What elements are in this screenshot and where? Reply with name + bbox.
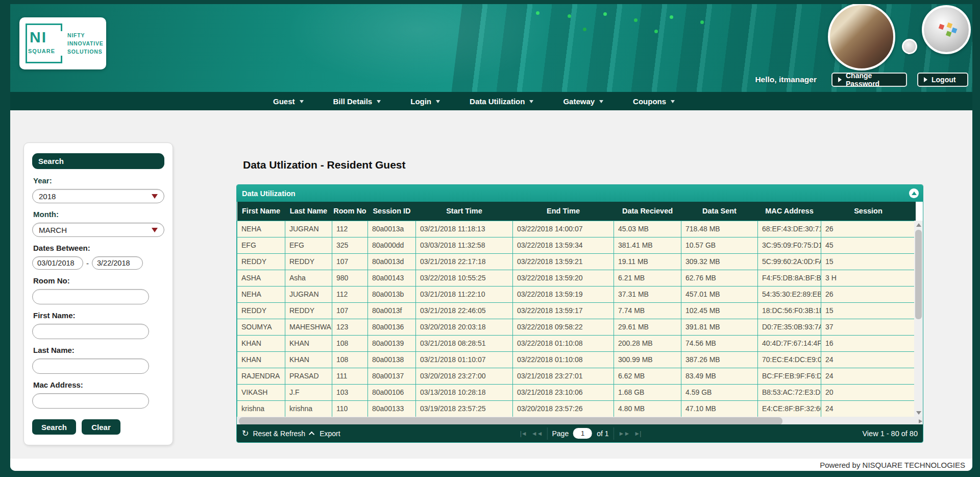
cell-mac-address: 3C:95:09:F0:75:D1 — [758, 237, 821, 253]
nav-item-data-utilization[interactable]: Data Utilization — [470, 97, 533, 106]
logo-tagline: NIFTY INNOVATIVE SOLUTIONS — [67, 31, 104, 56]
year-select[interactable]: 2018 — [32, 189, 164, 203]
cell-start-time: 03/03/2018 11:32:58 — [416, 237, 513, 253]
cell-session: 16 — [821, 335, 916, 351]
nav-item-gateway[interactable]: Gateway — [563, 97, 603, 106]
next-page-button[interactable]: ►► — [619, 430, 630, 437]
cell-session-id: 80a00143 — [368, 270, 416, 286]
date-to-input[interactable]: 3/22/2018 — [92, 256, 143, 270]
logout-button[interactable]: Logout — [917, 73, 968, 87]
cell-session-id: 80a00106 — [368, 384, 416, 400]
cell-room-no: 123 — [332, 319, 368, 335]
column-header-data-sent[interactable]: Data Sent — [681, 202, 758, 221]
last-page-button[interactable]: ►| — [634, 430, 641, 437]
table-row[interactable]: REDDYREDDY10780a0013f03/21/2018 22:46:05… — [237, 302, 916, 319]
column-header-session[interactable]: Session — [821, 202, 916, 221]
nav-item-coupons[interactable]: Coupons — [633, 97, 675, 106]
column-header-room-no[interactable]: Room No — [332, 202, 368, 221]
first-name-input[interactable] — [32, 324, 149, 339]
cell-start-time: 03/21/2018 08:28:51 — [416, 335, 513, 351]
cell-start-time: 03/21/2018 11:18:13 — [416, 221, 513, 237]
column-header-first-name[interactable]: First Name — [237, 202, 285, 221]
table-row[interactable]: REDDYREDDY10780a0013d03/21/2018 22:17:18… — [237, 253, 916, 270]
table-row[interactable]: SOUMYAMAHESHWARI12380a0013603/20/2018 20… — [237, 319, 916, 335]
logo-tagline-line3: SOLUTIONS — [67, 47, 104, 56]
cell-start-time: 03/20/2018 20:03:18 — [416, 319, 513, 335]
cell-first-name: VIKASH — [237, 384, 285, 400]
cell-data-sent: 718.48 MB — [681, 221, 758, 237]
column-header-data-recieved[interactable]: Data Recieved — [614, 202, 681, 221]
column-header-end-time[interactable]: End Time — [513, 202, 614, 221]
reset-refresh-button[interactable]: ↻ Reset & Refresh — [242, 430, 305, 438]
company-logo: NI SQUARE NIFTY INNOVATIVE SOLUTIONS — [19, 17, 106, 69]
grid-pager-bar: ↻ Reset & Refresh Export |◄ ◄◄ Page 1 of… — [237, 424, 923, 442]
column-header-start-time[interactable]: Start Time — [416, 202, 513, 221]
nav-item-guest[interactable]: Guest — [273, 97, 304, 106]
table-row[interactable]: NEHAJUGRAN11280a0013b03/21/2018 11:22:10… — [237, 286, 916, 302]
mac-address-input[interactable] — [32, 393, 149, 409]
cell-mac-address: BC:FF:EB:9F:F6:D8 — [758, 368, 821, 384]
search-button[interactable]: Search — [32, 419, 76, 435]
nav-item-login[interactable]: Login — [410, 97, 440, 106]
data-table: First NameLast NameRoom NoSession IDStar… — [237, 202, 916, 417]
scroll-down-button[interactable] — [914, 409, 923, 417]
column-header-mac-address[interactable]: MAC Address — [758, 202, 821, 221]
collapse-pager-icon[interactable] — [309, 431, 314, 437]
nav-item-label: Data Utilization — [470, 97, 525, 106]
table-row[interactable]: KHANKHAN10880a0013903/21/2018 08:28:5103… — [237, 335, 916, 351]
table-row[interactable]: KHANKHAN10880a0013803/21/2018 01:10:0703… — [237, 351, 916, 368]
pager-separator — [614, 427, 614, 440]
cell-room-no: 112 — [332, 221, 368, 237]
change-password-button[interactable]: Change Password — [831, 73, 907, 87]
table-row[interactable]: RAJENDRAPRASAD11180a0013703/20/2018 23:2… — [237, 368, 916, 384]
cell-start-time: 03/20/2018 23:27:00 — [416, 368, 513, 384]
export-button[interactable]: Export — [320, 430, 340, 438]
month-select[interactable]: MARCH — [32, 223, 164, 237]
grid-collapse-button[interactable] — [909, 188, 919, 198]
reset-refresh-label: Reset & Refresh — [253, 430, 305, 438]
scroll-right-button[interactable] — [919, 419, 922, 423]
cell-room-no: 111 — [332, 368, 368, 384]
last-name-input[interactable] — [32, 359, 149, 374]
date-from-input[interactable]: 03/01/2018 — [32, 256, 83, 270]
room-no-input[interactable] — [32, 289, 149, 304]
first-name-label: First Name: — [33, 311, 164, 320]
column-header-last-name[interactable]: Last Name — [285, 202, 332, 221]
greeting-text: Hello, itmanager — [720, 75, 817, 84]
cell-first-name: KHAN — [237, 351, 285, 368]
cell-mac-address: B8:53:AC:72:E3:D5 — [758, 384, 821, 400]
prev-page-button[interactable]: ◄◄ — [531, 430, 543, 437]
table-row[interactable]: NEHAJUGRAN11280a0013a03/21/2018 11:18:13… — [237, 221, 916, 237]
column-header-session-id[interactable]: Session ID — [368, 202, 416, 221]
vertical-scrollbar[interactable] — [914, 221, 923, 417]
horizontal-scrollbar-thumb[interactable] — [239, 417, 782, 425]
nav-item-bill-details[interactable]: Bill Details — [333, 97, 381, 106]
page-number-input[interactable]: 1 — [573, 428, 592, 439]
cell-session-id: 80a00139 — [368, 335, 416, 351]
app-window: NI SQUARE NIFTY INNOVATIVE SOLUTIONS Hel… — [10, 4, 972, 471]
cell-data-recieved: 29.61 MB — [614, 319, 681, 335]
cell-data-sent: 47.10 MB — [681, 400, 758, 417]
table-row[interactable]: VIKASHJ.F10380a0010603/13/2018 10:28:180… — [237, 384, 916, 400]
cell-session: 24 — [821, 400, 916, 417]
cell-start-time: 03/21/2018 01:10:07 — [416, 351, 513, 368]
scroll-up-button[interactable] — [914, 221, 923, 229]
chevron-down-icon — [529, 100, 533, 103]
dates-between-label: Dates Between: — [33, 244, 164, 252]
table-row[interactable]: ASHAAsha98080a0014303/22/2018 10:55:2503… — [237, 270, 916, 286]
logo-tagline-line2: INNOVATIVE — [67, 39, 104, 47]
nav-item-label: Coupons — [633, 97, 666, 106]
cell-last-name: PRASAD — [285, 368, 332, 384]
clear-button[interactable]: Clear — [82, 419, 120, 435]
cell-session: 37 — [821, 319, 916, 335]
view-range-text: View 1 - 80 of 80 — [862, 430, 923, 438]
cell-data-sent: 74.56 MB — [681, 335, 758, 351]
first-page-button[interactable]: |◄ — [520, 430, 527, 437]
chevron-down-icon — [377, 100, 381, 103]
cell-end-time: 03/22/2018 13:59:17 — [513, 302, 614, 319]
table-row[interactable]: EFGEFG32580a000dd03/03/2018 11:32:5803/2… — [237, 237, 916, 253]
cell-session: 15 — [821, 253, 916, 270]
vertical-scrollbar-thumb[interactable] — [915, 230, 922, 319]
table-row[interactable]: krishnakrishna11080a0013303/19/2018 23:5… — [237, 400, 916, 417]
chevron-down-icon — [436, 100, 440, 103]
